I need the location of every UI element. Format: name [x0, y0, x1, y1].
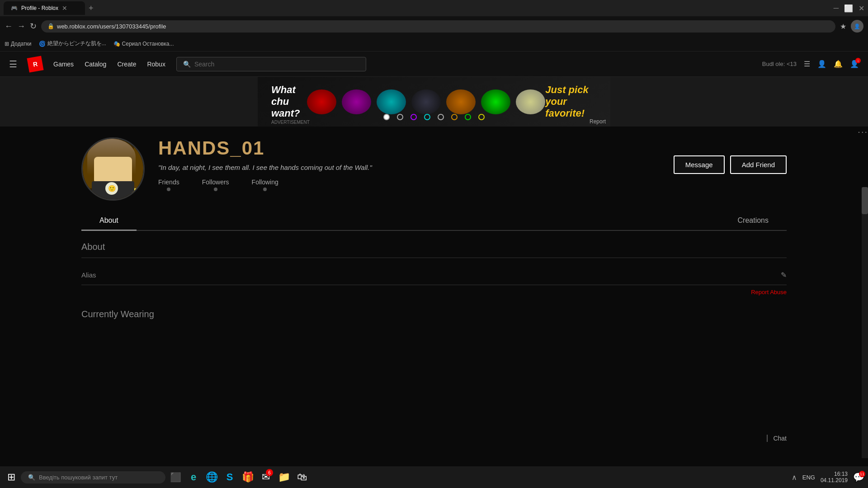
- add-friend-button[interactable]: Add Friend: [730, 155, 787, 174]
- task-view-button[interactable]: ⬛: [167, 469, 184, 485]
- lock-icon: 🔒: [47, 23, 54, 29]
- store-icon[interactable]: 🛍: [294, 469, 310, 485]
- hamburger-menu-icon[interactable]: ☰: [9, 59, 17, 70]
- edge-icon[interactable]: e: [185, 469, 202, 485]
- nav-catalog[interactable]: Catalog: [85, 61, 106, 68]
- lang-indicator: ENG: [802, 474, 815, 481]
- dot-2[interactable]: [397, 114, 403, 120]
- ad-hat-7[interactable]: [516, 89, 545, 114]
- stat-following-label: Following: [252, 178, 278, 186]
- tray-up-icon[interactable]: ∧: [792, 473, 797, 482]
- ext1-icon: 🌀: [39, 41, 46, 47]
- profile-actions: Message Add Friend: [674, 155, 787, 174]
- stat-friends-label: Friends: [158, 178, 179, 186]
- ad-hat-5[interactable]: [446, 89, 476, 114]
- taskbar-search-icon: 🔍: [28, 474, 35, 481]
- profile-header: 🙂 😴 HANDS_01 "In day, at night, I see th…: [81, 137, 787, 202]
- tab-creations[interactable]: Creations: [720, 211, 787, 230]
- notification-count: 11: [859, 471, 865, 477]
- edit-icon[interactable]: ✎: [781, 271, 787, 279]
- refresh-button[interactable]: ↻: [30, 21, 37, 31]
- apps-icon: ⊞: [5, 41, 9, 47]
- dot-8[interactable]: [478, 114, 485, 120]
- file-explorer-icon: 📁: [278, 471, 290, 483]
- roblox-logo: R: [27, 56, 43, 72]
- skype-icon[interactable]: S: [222, 469, 238, 485]
- header-profile-icon[interactable]: 👤 1: [850, 60, 859, 68]
- header-list-icon[interactable]: ☰: [804, 60, 810, 68]
- search-placeholder: Search: [194, 61, 214, 68]
- dot-5[interactable]: [438, 114, 444, 120]
- new-tab-button[interactable]: +: [89, 4, 94, 13]
- ad-report-link[interactable]: Report: [590, 118, 606, 125]
- bookmark-ext2[interactable]: 🎭 Сериал Остановка...: [113, 41, 174, 47]
- dot-3[interactable]: [410, 114, 417, 120]
- header-friend-icon[interactable]: 👤: [817, 60, 826, 68]
- bookmarks-bar: ⊞ Додатки 🌀 絶望からピンチな肌を... 🎭 Сериал Остан…: [0, 36, 868, 52]
- url-text: web.roblox.com/users/1307033445/profile: [57, 23, 829, 30]
- nav-robux[interactable]: Robux: [147, 61, 165, 68]
- stat-followers: Followers: [202, 178, 229, 193]
- bookmark-ext1-label: 絶望からピンチな肌を...: [47, 40, 106, 47]
- bookmark-ext1[interactable]: 🌀 絶望からピンチな肌を...: [39, 40, 106, 47]
- system-clock: 16:13 04.11.2019: [821, 471, 848, 483]
- tab-creations-label: Creations: [738, 216, 769, 224]
- tab-about-label: About: [99, 216, 118, 224]
- roblox-search-bar[interactable]: 🔍 Search: [176, 57, 366, 71]
- nav-create[interactable]: Create: [117, 61, 136, 68]
- folder-icon[interactable]: 📁: [276, 469, 292, 485]
- ad-hat-4[interactable]: [411, 89, 441, 114]
- page-scrollbar[interactable]: [862, 187, 868, 458]
- header-username: Budl ole: <13: [762, 61, 797, 67]
- avatar-image: 🙂: [83, 139, 143, 199]
- chrome-icon[interactable]: 🌐: [203, 469, 220, 485]
- active-tab[interactable]: 🎮 Profile - Roblox ✕: [4, 1, 85, 15]
- ad-hat-2[interactable]: [342, 89, 371, 114]
- notification-badge: 1: [855, 58, 861, 63]
- ad-inner: What chu want? Just pick your favorite! …: [258, 77, 610, 127]
- profile-content: ··· 🙂 😴: [0, 127, 868, 328]
- notification-center[interactable]: 💬 11: [853, 472, 864, 483]
- ad-hat-6[interactable]: [481, 89, 510, 114]
- forward-button[interactable]: →: [17, 22, 25, 31]
- more-options-button[interactable]: ···: [858, 127, 868, 137]
- bookmark-apps[interactable]: ⊞ Додатки: [5, 41, 32, 47]
- clock-time: 16:13: [821, 471, 848, 477]
- ad-hat-3[interactable]: [377, 89, 406, 114]
- start-button[interactable]: ⊞: [4, 471, 19, 483]
- stat-following-value: [263, 188, 267, 191]
- mail-icon[interactable]: ✉ 6: [258, 469, 274, 485]
- chrome-browser-icon: 🌐: [206, 471, 218, 483]
- ad-hat-items: [307, 89, 545, 114]
- gift-icon[interactable]: 🎁: [240, 469, 256, 485]
- dot-6[interactable]: [451, 114, 458, 120]
- message-button[interactable]: Message: [674, 155, 725, 174]
- bookmark-star-icon[interactable]: ★: [840, 22, 846, 31]
- windows-store-icon: 🛍: [297, 471, 307, 483]
- header-notification-icon[interactable]: 🔔: [834, 60, 843, 68]
- alias-row: Alias ✎: [81, 265, 787, 285]
- maximize-button[interactable]: ⬜: [844, 4, 853, 13]
- about-section-title: About: [81, 242, 787, 258]
- dot-4[interactable]: [424, 114, 430, 120]
- roblox-page: ··· 🙂 😴: [0, 127, 868, 483]
- dot-7[interactable]: [465, 114, 471, 120]
- address-bar-row: ← → ↻ 🔒 web.roblox.com/users/1307033445/…: [0, 16, 868, 36]
- taskbar-search[interactable]: 🔍 Введіть пошуковий запит тут: [21, 471, 165, 483]
- chat-bar[interactable]: Chat: [767, 435, 787, 442]
- close-tab-button[interactable]: ✕: [62, 5, 67, 12]
- ad-hat-1[interactable]: [307, 89, 336, 114]
- minimize-button[interactable]: ─: [834, 4, 839, 12]
- dot-1[interactable]: [383, 114, 390, 120]
- address-input[interactable]: 🔒 web.roblox.com/users/1307033445/profil…: [41, 20, 835, 33]
- scrollbar-thumb[interactable]: [862, 187, 868, 214]
- stat-friends-value: [167, 188, 170, 191]
- close-window-button[interactable]: ✕: [859, 4, 864, 13]
- browser-profile-avatar[interactable]: 👤: [851, 20, 863, 33]
- back-button[interactable]: ←: [5, 22, 13, 31]
- bookmark-apps-label: Додатки: [11, 41, 32, 47]
- stat-followers-value: [214, 188, 217, 191]
- tab-about[interactable]: About: [81, 211, 137, 230]
- report-abuse-link[interactable]: Report Abuse: [81, 289, 787, 296]
- nav-games[interactable]: Games: [53, 61, 74, 68]
